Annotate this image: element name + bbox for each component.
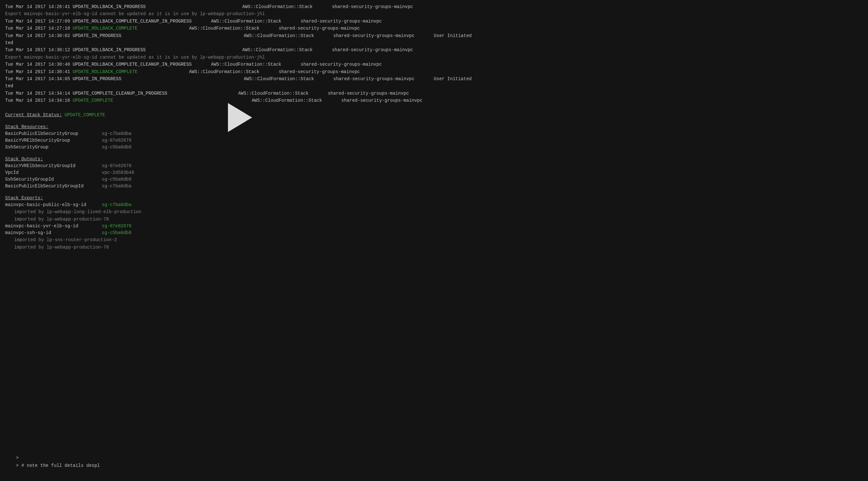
resource-type-10: AWS::CloudFormation::Stack xyxy=(252,97,322,104)
resource-type-3: AWS::CloudFormation::Stack xyxy=(189,25,259,32)
export-imported-3b: imported by lp-webapp-production-78 xyxy=(5,244,863,251)
log-line-4: Tue Mar 14 2017 14:30:02 UPDATE_IN_PROGR… xyxy=(5,32,863,39)
status-7: UPDATE_ROLLBACK_COMPLETE xyxy=(73,68,138,75)
status-8: UPDATE_IN_PROGRESS xyxy=(73,75,121,83)
resource-row-3: SshSecurityGroup sg-c5ba0db8 xyxy=(5,144,863,151)
timestamp-5: Tue Mar 14 2017 14:30:12 xyxy=(5,46,70,54)
play-button-container[interactable] xyxy=(225,103,254,132)
stack-name-5: shared-security-groups-mainvpc xyxy=(332,46,413,54)
log-line-9: Tue Mar 14 2017 14:34:14 UPDATE_COMPLETE… xyxy=(5,90,863,97)
timestamp-9: Tue Mar 14 2017 14:34:14 xyxy=(5,90,70,97)
output-id-1: sg-07e82678 xyxy=(102,163,131,169)
export-imported-3a: imported by lp-sns-router-production-2 xyxy=(5,236,863,244)
current-status-line: Current Stack Status: UPDATE_COMPLETE xyxy=(5,112,863,119)
export-name-3: mainvpc-ssh-sg-id xyxy=(5,230,102,236)
spacer-1 xyxy=(5,104,863,109)
resource-row-2: BasicYVRElbSecurityGroup sg-07e82678 xyxy=(5,137,863,144)
export-id-2: sg-07e82678 xyxy=(102,223,131,230)
stack-name-4: shared-security-groups-mainvpc xyxy=(333,32,414,39)
timestamp-2: Tue Mar 14 2017 14:27:09 xyxy=(5,18,70,25)
timestamp-10: Tue Mar 14 2017 14:34:16 xyxy=(5,97,70,104)
output-id-4: sg-c7ba0dba xyxy=(102,183,131,190)
resource-id-2: sg-07e82678 xyxy=(102,137,131,144)
error-text-2: Export mainvpc-basic-yvr-elb-sg-id canno… xyxy=(5,54,265,61)
timestamp-8: Tue Mar 14 2017 14:34:05 xyxy=(5,75,70,83)
current-status-value: UPDATE_COMPLETE xyxy=(64,112,105,119)
output-name-4: BasicPublicElbSecurityGroupId xyxy=(5,183,102,190)
export-imported-1b: imported by lp-webapp-production-78 xyxy=(5,216,863,223)
status-2: UPDATE_ROLLBACK_COMPLETE_CLEANUP_IN_PROG… xyxy=(73,18,192,25)
resource-type-6: AWS::CloudFormation::Stack xyxy=(211,61,281,68)
timestamp-4: Tue Mar 14 2017 14:30:02 xyxy=(5,32,70,39)
resource-type-1: AWS::CloudFormation::Stack xyxy=(242,3,312,10)
resource-name-3: SshSecurityGroup xyxy=(5,144,102,151)
command-line[interactable]: > # note the full details despl xyxy=(5,455,100,476)
timestamp-7: Tue Mar 14 2017 14:30:41 xyxy=(5,68,70,75)
log-line-8b: ted xyxy=(5,83,863,90)
stack-name-6: shared-security-groups-mainvpc xyxy=(301,61,382,68)
log-line-3: Tue Mar 14 2017 14:27:10 UPDATE_ROLLBACK… xyxy=(5,25,863,32)
stack-name-3: shared-security-groups-mainvpc xyxy=(279,25,360,32)
resource-id-3: sg-c5ba0db8 xyxy=(102,144,131,151)
user-initiated-4: User Initiated xyxy=(434,32,472,39)
status-4: UPDATE_IN_PROGRESS xyxy=(73,32,121,39)
status-5: UPDATE_ROLLBACK_IN_PROGRESS xyxy=(73,46,146,54)
error-text-1: Export mainvpc-basic-yvr-elb-sg-id canno… xyxy=(5,10,265,18)
log-line-1: Tue Mar 14 2017 14:26:41 UPDATE_ROLLBACK… xyxy=(5,3,863,10)
log-line-7: Tue Mar 14 2017 14:30:41 UPDATE_ROLLBACK… xyxy=(5,68,863,75)
error-line-2: Export mainvpc-basic-yvr-elb-sg-id canno… xyxy=(5,54,863,61)
output-row-1: BasicYVRElbSecurityGroupId sg-07e82678 xyxy=(5,163,863,169)
resource-name-1: BasicPublicElbSecurityGroup xyxy=(5,130,102,137)
resource-row-1: BasicPublicElbSecurityGroup sg-c7ba0dba xyxy=(5,130,863,137)
output-name-2: VpcId xyxy=(5,169,102,176)
stack-name-10: shared-security-groups-mainvpc xyxy=(341,97,423,104)
current-status-label: Current Stack Status: xyxy=(5,112,62,119)
user-initiated-8: User Initiated xyxy=(434,75,472,83)
timestamp-1: Tue Mar 14 2017 14:26:41 xyxy=(5,3,70,10)
resource-type-8: AWS::CloudFormation::Stack xyxy=(244,75,314,83)
resource-type-4: AWS::CloudFormation::Stack xyxy=(244,32,314,39)
log-line-5: Tue Mar 14 2017 14:30:12 UPDATE_ROLLBACK… xyxy=(5,46,863,54)
export-id-3: sg-c5ba0db8 xyxy=(102,230,131,236)
command-text[interactable]: # note the full details despl xyxy=(21,463,100,468)
log-line-10: Tue Mar 14 2017 14:34:16 UPDATE_COMPLETE… xyxy=(5,97,863,104)
output-id-3: sg-c5ba0db8 xyxy=(102,176,131,183)
stack-name-8: shared-security-groups-mainvpc xyxy=(333,75,414,83)
spacer-3 xyxy=(5,151,863,156)
status-10: UPDATE_COMPLETE xyxy=(73,97,113,104)
export-name-1: mainvpc-basic-public-elb-sg-id xyxy=(5,201,102,208)
output-name-1: BasicYVRElbSecurityGroupId xyxy=(5,163,102,169)
stack-name-2: shared-security-groups-mainvpc xyxy=(301,18,382,25)
stack-exports-header: Stack Exports: xyxy=(5,195,863,201)
status-3: UPDATE_ROLLBACK_COMPLETE xyxy=(73,25,138,32)
play-button[interactable] xyxy=(228,103,252,132)
spacer-2 xyxy=(5,119,863,124)
export-row-2: mainvpc-basic-yvr-elb-sg-id sg-07e82678 xyxy=(5,223,863,230)
output-row-4: BasicPublicElbSecurityGroupId sg-c7ba0db… xyxy=(5,183,863,190)
output-id-2: vpc-2d583b48 xyxy=(102,169,134,176)
log-line-2: Tue Mar 14 2017 14:27:09 UPDATE_ROLLBACK… xyxy=(5,18,863,25)
terminal: Tue Mar 14 2017 14:26:41 UPDATE_ROLLBACK… xyxy=(0,0,868,481)
output-row-3: SshSecurityGroupId sg-c5ba0db8 xyxy=(5,176,863,183)
stack-name-1: shared-security-groups-mainvpc xyxy=(332,3,413,10)
log-line-6: Tue Mar 14 2017 14:30:40 UPDATE_ROLLBACK… xyxy=(5,61,863,68)
timestamp-6: Tue Mar 14 2017 14:30:40 xyxy=(5,61,70,68)
output-name-3: SshSecurityGroupId xyxy=(5,176,102,183)
timestamp-3: Tue Mar 14 2017 14:27:10 xyxy=(5,25,70,32)
stack-outputs-header: Stack Outputs: xyxy=(5,156,863,163)
stack-name-7: shared-security-groups-mainvpc xyxy=(279,68,360,75)
export-id-1: sg-c7ba0dba xyxy=(102,201,131,208)
log-line-4b: ted xyxy=(5,39,863,46)
continuation-4b: ted xyxy=(5,39,13,46)
export-row-3: mainvpc-ssh-sg-id sg-c5ba0db8 xyxy=(5,230,863,236)
spacer-4 xyxy=(5,190,863,195)
error-line-1: Export mainvpc-basic-yvr-elb-sg-id canno… xyxy=(5,10,863,18)
resource-id-1: sg-c7ba0dba xyxy=(102,130,131,137)
export-name-2: mainvpc-basic-yvr-elb-sg-id xyxy=(5,223,102,230)
status-9: UPDATE_COMPLETE_CLEANUP_IN_PROGRESS xyxy=(73,90,167,97)
log-line-8: Tue Mar 14 2017 14:34:05 UPDATE_IN_PROGR… xyxy=(5,75,863,83)
resource-type-5: AWS::CloudFormation::Stack xyxy=(242,46,312,54)
stack-name-9: shared-security-groups-mainvpc xyxy=(328,90,409,97)
export-imported-1a: imported by lp-webapp-long-lived-elb-pro… xyxy=(5,208,863,215)
status-1: UPDATE_ROLLBACK_IN_PROGRESS xyxy=(73,3,146,10)
